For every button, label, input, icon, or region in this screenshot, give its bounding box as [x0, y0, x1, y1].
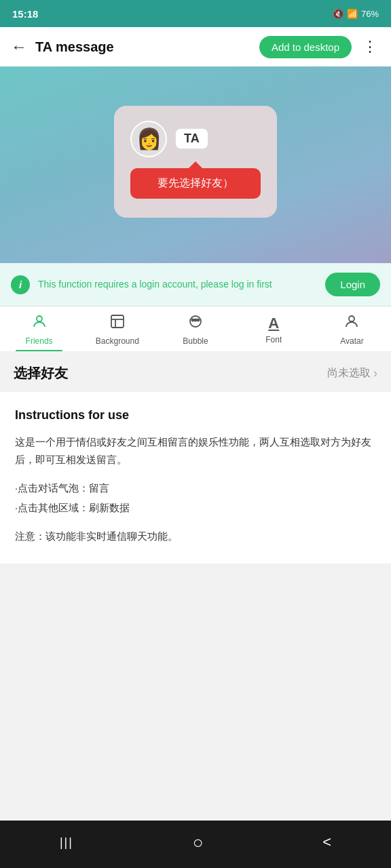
battery-text: 76%: [361, 9, 379, 19]
avatar-tab-icon: [343, 313, 360, 334]
instructions-card: Instructions for use 这是一个用于情侣或好友之间互相留言的娱…: [0, 392, 391, 564]
login-message: This function requires a login account, …: [38, 278, 317, 292]
nav-back-button[interactable]: |||: [46, 831, 87, 854]
nav-prev-button[interactable]: <: [309, 829, 345, 855]
back-button[interactable]: ←: [11, 37, 27, 56]
card-header: 👩 TA: [130, 121, 208, 157]
status-bar: 15:18 🔇 📶 76%: [0, 0, 391, 27]
bottom-nav: ||| ○ <: [0, 821, 391, 868]
tab-friends-label: Friends: [26, 336, 53, 346]
message-card: 👩 TA 要先选择好友）: [114, 106, 277, 218]
font-icon: A: [268, 315, 279, 332]
tab-background-label: Background: [96, 336, 139, 346]
login-banner: i This function requires a login account…: [0, 263, 391, 307]
instructions-note: 注意：该功能非实时通信聊天功能。: [15, 528, 376, 545]
select-friend-row[interactable]: 选择好友 尚未选取 ›: [0, 352, 391, 392]
select-friend-placeholder: 尚未选取: [327, 366, 371, 380]
message-bubble: 要先选择好友）: [130, 168, 261, 199]
svg-rect-1: [111, 315, 124, 328]
svg-point-8: [349, 316, 354, 321]
tab-background[interactable]: Background: [78, 307, 156, 351]
svg-point-6: [195, 319, 197, 321]
select-friend-value[interactable]: 尚未选取 ›: [327, 366, 377, 380]
tab-avatar[interactable]: Avatar: [313, 307, 391, 351]
tab-font[interactable]: A Font: [235, 308, 313, 350]
svg-point-7: [198, 319, 200, 321]
instructions-body: 这是一个用于情侣或好友之间互相留言的娱乐性功能，两人互相选取对方为好友后，即可互…: [15, 433, 376, 468]
more-options-icon[interactable]: ⋮: [360, 38, 380, 56]
page-title: TA message: [35, 39, 251, 55]
nav-home-button[interactable]: ○: [179, 828, 217, 857]
svg-point-0: [37, 316, 42, 321]
tab-bubble-label: Bubble: [183, 336, 208, 346]
chevron-right-icon: ›: [373, 366, 377, 380]
bubble-icon: [187, 313, 204, 334]
background-icon: [109, 313, 126, 334]
avatar: 👩: [130, 121, 167, 157]
mute-icon: 🔇: [333, 9, 343, 19]
instructions-title: Instructions for use: [15, 408, 376, 422]
status-icons: 🔇 📶 76%: [333, 9, 379, 19]
instructions-tips: ·点击对话气泡：留言 ·点击其他区域：刷新数据: [15, 479, 376, 517]
ta-badge: TA: [175, 128, 208, 149]
tab-avatar-label: Avatar: [340, 336, 363, 346]
tab-bubble[interactable]: Bubble: [156, 307, 234, 351]
tab-friends[interactable]: Friends: [0, 307, 78, 351]
info-icon: i: [11, 275, 30, 294]
tab-font-label: Font: [265, 335, 282, 344]
main-content: 选择好友 尚未选取 › Instructions for use 这是一个用于情…: [0, 352, 391, 821]
header: ← TA message Add to desktop ⋮: [0, 27, 391, 66]
avatar-emoji: 👩: [136, 127, 162, 151]
login-button[interactable]: Login: [325, 273, 380, 296]
add-to-desktop-button[interactable]: Add to desktop: [259, 36, 352, 58]
tab-bar: Friends Background Bubble A Font: [0, 307, 391, 352]
svg-point-5: [192, 319, 194, 321]
select-friend-label: 选择好友: [14, 364, 68, 382]
hero-section: 👩 TA 要先选择好友）: [0, 66, 391, 263]
friends-icon: [31, 313, 48, 334]
status-time: 15:18: [12, 8, 38, 20]
wifi-icon: 📶: [347, 9, 358, 19]
